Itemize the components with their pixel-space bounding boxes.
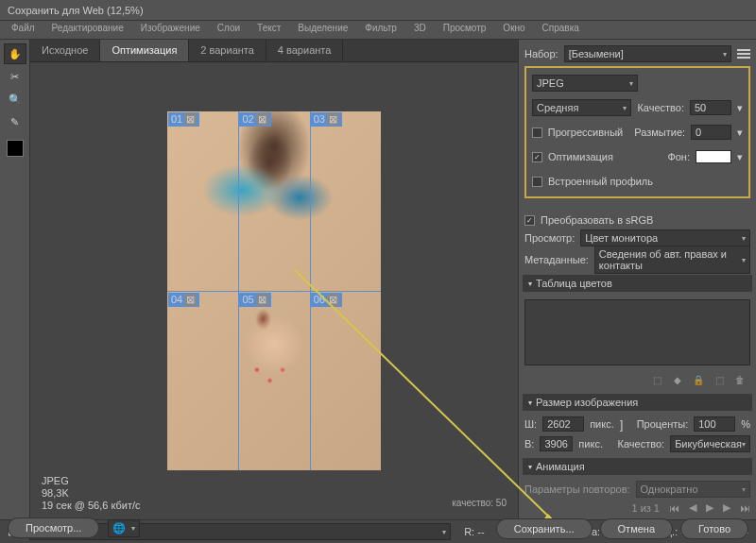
eyedropper-tool[interactable]: ✎: [4, 111, 26, 132]
quality-label: Качество:: [637, 102, 684, 113]
dropdown-icon[interactable]: ▾: [737, 102, 743, 114]
tab-optimized[interactable]: Оптимизация: [100, 40, 189, 61]
color-table-toolbar: ⬚ ◆ 🔒 ⬚ 🗑: [524, 371, 750, 388]
preview-area: 01⊠ 02⊠ 03⊠ 04⊠ 05⊠ 06⊠ JPEG98,3K19 сек …: [30, 62, 518, 519]
loop-select: Однократно: [636, 481, 750, 498]
color-table-header[interactable]: Таблица цветов: [523, 275, 752, 292]
quality-preset-select[interactable]: Средняя: [532, 99, 631, 116]
height-input[interactable]: 3906: [540, 436, 573, 451]
prev-frame-icon: ◀: [689, 501, 696, 514]
dropdown-icon[interactable]: ▾: [737, 127, 743, 139]
tab-2up[interactable]: 2 варианта: [189, 40, 266, 61]
width-input[interactable]: 2602: [542, 416, 584, 432]
preview-image[interactable]: 01⊠ 02⊠ 03⊠ 04⊠ 05⊠ 06⊠: [167, 111, 381, 470]
slice-tool[interactable]: ✂: [4, 66, 26, 87]
zoom-tool[interactable]: 🔍: [4, 89, 26, 110]
format-options-group: JPEG Средняя Качество: 50 ▾ Прогрессивны…: [524, 66, 750, 198]
play-icon: ▶: [706, 501, 713, 514]
matte-label: Фон:: [667, 151, 690, 162]
lock-icon[interactable]: ⬚: [650, 373, 663, 386]
image-size-header[interactable]: Размер изображения: [523, 394, 752, 411]
browser-preview-button[interactable]: Просмотр...: [8, 518, 99, 538]
menu-item[interactable]: Просмотр: [436, 21, 494, 39]
optimize-checkbox[interactable]: [532, 152, 542, 162]
browser-select[interactable]: 🌐: [108, 519, 140, 537]
dropdown-icon[interactable]: ▾: [737, 151, 743, 163]
menu-item[interactable]: Фильтр: [357, 21, 404, 39]
metadata-label: Метаданные:: [524, 254, 589, 265]
menu-item[interactable]: Текст: [249, 21, 288, 39]
first-frame-icon: ⏮: [669, 502, 679, 514]
done-button[interactable]: Готово: [680, 518, 748, 539]
percent-input[interactable]: 100: [694, 416, 735, 432]
menu-item[interactable]: Справка: [535, 21, 587, 39]
menu-bar: Файл Редактирование Изображение Слои Тек…: [0, 21, 756, 40]
flyout-menu-icon[interactable]: [737, 49, 750, 59]
cancel-button[interactable]: Отмена: [600, 518, 673, 539]
quality-input[interactable]: 50: [690, 100, 731, 115]
tab-4up[interactable]: 4 варианта: [266, 40, 344, 61]
color-table: [524, 299, 750, 365]
menu-item[interactable]: Слои: [210, 21, 248, 39]
progressive-checkbox[interactable]: [532, 127, 542, 138]
menu-item[interactable]: Выделение: [290, 21, 355, 39]
next-frame-icon: ▶: [723, 501, 730, 514]
blur-input[interactable]: 0: [691, 125, 731, 140]
shift-icon[interactable]: ◆: [671, 373, 684, 386]
preset-label: Набор:: [524, 48, 558, 59]
hand-tool[interactable]: ✋: [4, 43, 26, 64]
preview-select[interactable]: Цвет монитора: [580, 229, 750, 246]
last-frame-icon: ⏭: [740, 502, 750, 514]
menu-item[interactable]: Файл: [4, 21, 43, 39]
settings-panel: Набор: [Безымени] JPEG Средняя Качество:…: [518, 40, 756, 519]
new-icon[interactable]: ⬚: [713, 373, 726, 386]
menu-item[interactable]: Окно: [495, 21, 532, 39]
preview-label: Просмотр:: [524, 232, 575, 244]
matte-color[interactable]: [696, 150, 731, 163]
color-swatch[interactable]: [7, 140, 24, 157]
format-select[interactable]: JPEG: [532, 75, 638, 92]
link-icon[interactable]: ]: [620, 417, 624, 432]
srgb-checkbox[interactable]: [524, 215, 535, 226]
menu-item[interactable]: Редактирование: [44, 21, 131, 39]
view-tabs: Исходное Оптимизация 2 варианта 4 вариан…: [30, 40, 518, 62]
menu-item[interactable]: Изображение: [133, 21, 208, 39]
animation-header[interactable]: Анимация: [523, 458, 752, 475]
optimize-info: JPEG98,3K19 сек @ 56,6 кбит/с: [42, 475, 141, 512]
map-icon[interactable]: 🔒: [692, 373, 705, 386]
metadata-select[interactable]: Сведения об авт. правах и контакты: [594, 246, 750, 274]
tab-original[interactable]: Исходное: [30, 40, 100, 61]
blur-label: Размытие:: [634, 127, 685, 138]
quality-info: качество: 50: [452, 498, 507, 508]
window-title: Сохранить для Web (12,5%): [8, 5, 144, 16]
save-button[interactable]: Сохранить...: [496, 518, 593, 539]
title-bar: Сохранить для Web (12,5%): [0, 0, 756, 21]
preset-select[interactable]: [Безымени]: [564, 45, 731, 62]
embed-profile-checkbox[interactable]: [532, 177, 542, 187]
trash-icon[interactable]: 🗑: [733, 373, 747, 386]
menu-item[interactable]: 3D: [406, 21, 434, 39]
tool-column: ✋ ✂ 🔍 ✎: [0, 40, 30, 519]
resample-select[interactable]: Бикубическая: [670, 435, 750, 452]
